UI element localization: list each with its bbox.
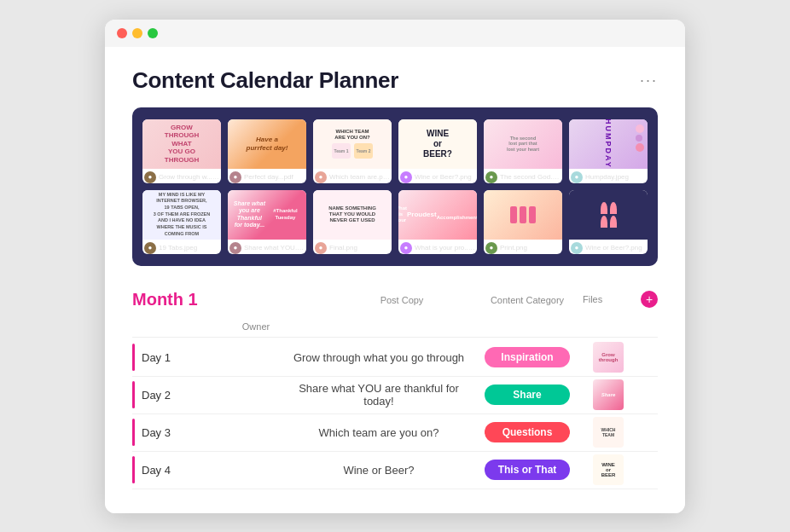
gallery-item-final[interactable]: NAME SOMETHINGTHAT YOU WOULDNEVER GET US… [313,190,392,254]
day-1-label: Day 1 [132,344,226,371]
row-files-2: Share [583,379,634,410]
caption-text-hump: Humpday.jpeg [585,173,629,181]
day-4-label: Day 4 [132,456,226,483]
table-row: Day 2 A Share what YOU are thankful for … [132,377,658,414]
thumb-whatprou: What is yourProudestAccomplishment? [398,190,477,240]
thumb-print [484,190,562,240]
avatar-19tabs: ● [144,242,156,254]
gallery-row-1: GrowTHROUGHWHATYOU GOTHROUGH ● Grow thro… [142,119,648,183]
day-name: Day 1 [142,351,171,364]
gallery: GrowTHROUGHWHATYOU GOTHROUGH ● Grow thro… [132,107,658,266]
minimize-dot[interactable] [132,28,142,38]
avatar-whatprou: ● [400,242,412,254]
caption-share: ● Share what YOU...png [228,240,306,254]
thumb-hump: HUMPDAY [569,119,648,169]
day-stripe [132,344,135,371]
gallery-item-whatprou[interactable]: What is yourProudestAccomplishment? ● Wh… [398,190,477,254]
avatar-second: ● [485,171,497,183]
badge-inspiration[interactable]: Inspiration [485,347,570,367]
row-category-3: Questions [472,422,583,442]
badge-share[interactable]: Share [485,385,570,405]
caption-whatprou: ● What is your pro...png [398,240,477,254]
caption-text-grow: Grow through w...png [159,173,219,181]
gallery-row-2: MY MIND IS LIKE MYINTERNET BROWSER,19 TA… [142,190,648,254]
row-files-3: WHICHTEAM [583,417,634,448]
caption-text-whatprou: What is your pro...png [415,244,475,252]
day-name: Day 2 [142,389,171,402]
row-category-2: Share [472,385,583,405]
caption-final: ● Final.png [313,240,392,254]
caption-text-final: Final.png [329,244,357,252]
day-name: Day 4 [142,464,171,477]
caption-text-wine: Wine or Beer?.png [415,173,472,181]
row-owner-4: J [226,458,286,482]
gallery-item-which[interactable]: WHICH TEAMARE YOU ON? Team 1 Team 2 ● Wh… [313,119,392,183]
avatar-owner-3: M [244,420,268,444]
gallery-item-parr[interactable]: Have apurrfect day! ● Perfect day...pdf [228,119,306,183]
month-label: Month 1 [132,290,272,309]
row-files-4: WINEorBEER [583,454,634,485]
titlebar [105,20,685,47]
caption-wine2: ● Wine or Beer?.png [569,240,648,254]
gallery-item-wine2[interactable]: ● Wine or Beer?.png [569,190,648,254]
avatar-owner-2: A [244,383,268,407]
col-label-owner: Owner [242,321,270,332]
gallery-item-grow[interactable]: GrowTHROUGHWHATYOU GOTHROUGH ● Grow thro… [142,119,221,183]
caption-grow: ● Grow through w...png [142,169,221,183]
close-dot[interactable] [117,28,127,38]
gallery-item-wine[interactable]: WINEorBEER? ● Wine or Beer?.png [398,119,477,183]
add-column-button[interactable]: + [641,291,658,308]
caption-hump: ● Humpday.jpeg [569,169,648,183]
table-section: Month 1 Post Copy Content Category Files… [132,290,658,489]
avatar-wine2: ● [571,242,583,254]
file-thumb-1[interactable]: Growthrough [593,342,624,373]
row-copy-4: Wine or Beer? [286,464,472,477]
gallery-item-19tabs[interactable]: MY MIND IS LIKE MYINTERNET BROWSER,19 TA… [142,190,221,254]
caption-19tabs: ● 19 Tabs.jpeg [142,240,221,254]
col-header-files: Files [583,294,602,304]
more-button[interactable]: ··· [640,72,658,90]
thumb-second: The secondlost part thatlost your heart [484,119,562,169]
table-row: Day 4 J Wine or Beer? This or That WINEo… [132,452,658,489]
avatar-owner-1: S [244,345,268,369]
app-window: Content Calendar Planner ··· GrowTHROUGH… [105,20,685,513]
row-copy-1: Grow through what you go through [286,351,472,364]
page-title: Content Calendar Planner [132,67,398,94]
thumb-share: Share whatyou are Thankfulfor today...#T… [228,190,306,240]
page-header: Content Calendar Planner ··· [132,47,658,107]
file-thumb-4[interactable]: WINEorBEER [593,454,624,485]
row-owner-1: S [226,345,286,369]
gallery-item-hump[interactable]: HUMPDAY ● Humpday.jpeg [569,119,648,183]
avatar-print: ● [485,242,497,254]
row-copy-2: Share what YOU are thankful for today! [286,382,472,408]
caption-text-19tabs: 19 Tabs.jpeg [159,244,197,252]
caption-text-which: Which team are.png [329,173,390,181]
file-thumb-2[interactable]: Share [593,379,624,410]
badge-this-or-that[interactable]: This or That [485,460,571,480]
badge-questions[interactable]: Questions [485,422,570,442]
caption-text-parr: Perfect day...pdf [244,173,293,181]
thumb-wine2 [569,190,648,240]
caption-text-print: Print.png [500,244,527,252]
maximize-dot[interactable] [148,28,158,38]
gallery-item-second[interactable]: The secondlost part thatlost your heart … [484,119,562,183]
col-header-category: Content Category [491,295,564,305]
caption-parr: ● Perfect day...pdf [228,169,306,183]
thumb-which: WHICH TEAMARE YOU ON? Team 1 Team 2 [313,119,392,169]
table-header: Month 1 Post Copy Content Category Files… [132,290,658,309]
day-stripe [132,456,135,483]
gallery-item-print[interactable]: ● Print.png [484,190,562,254]
avatar-parr: ● [229,171,241,183]
table-row: Day 1 S Grow through what you go through… [132,339,658,377]
row-owner-3: M [226,420,286,444]
main-content: Content Calendar Planner ··· GrowTHROUGH… [105,47,685,513]
row-copy-3: Which team are you on? [286,426,472,439]
file-thumb-3[interactable]: WHICHTEAM [593,417,624,448]
table-row: Day 3 M Which team are you on? Questions… [132,414,658,452]
caption-print: ● Print.png [484,240,562,254]
caption-text-second: The second God...pdf [500,173,561,181]
caption-wine: ● Wine or Beer?.png [398,169,477,183]
avatar-share: ● [229,242,241,254]
gallery-item-share[interactable]: Share whatyou are Thankfulfor today...#T… [228,190,306,254]
day-stripe [132,419,135,446]
